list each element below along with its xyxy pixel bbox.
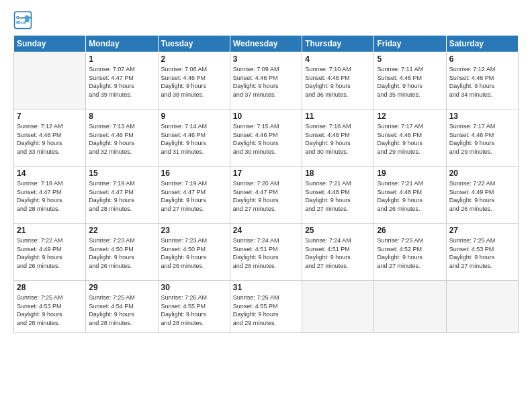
col-header-sunday: Sunday — [14, 36, 86, 52]
calendar-cell: 14Sunrise: 7:18 AMSunset: 4:47 PMDayligh… — [14, 167, 86, 224]
cell-info: Sunrise: 7:07 AMSunset: 4:47 PMDaylight:… — [89, 65, 154, 99]
week-row-2: 7Sunrise: 7:12 AMSunset: 4:46 PMDaylight… — [14, 109, 519, 167]
col-header-friday: Friday — [374, 36, 446, 52]
day-number: 3 — [233, 54, 299, 64]
calendar-cell: 28Sunrise: 7:25 AMSunset: 4:53 PMDayligh… — [14, 281, 86, 333]
cell-info: Sunrise: 7:19 AMSunset: 4:47 PMDaylight:… — [161, 179, 227, 213]
cell-info: Sunrise: 7:09 AMSunset: 4:46 PMDaylight:… — [233, 65, 299, 99]
day-number: 6 — [449, 54, 515, 64]
calendar-cell — [446, 281, 518, 333]
calendar-cell: 9Sunrise: 7:14 AMSunset: 4:46 PMDaylight… — [158, 109, 230, 167]
calendar-cell: 5Sunrise: 7:11 AMSunset: 4:46 PMDaylight… — [374, 52, 446, 109]
week-row-3: 14Sunrise: 7:18 AMSunset: 4:47 PMDayligh… — [14, 167, 519, 224]
calendar-cell: 17Sunrise: 7:20 AMSunset: 4:47 PMDayligh… — [230, 167, 302, 224]
cell-info: Sunrise: 7:24 AMSunset: 4:51 PMDaylight:… — [305, 236, 371, 270]
cell-info: Sunrise: 7:11 AMSunset: 4:46 PMDaylight:… — [377, 65, 443, 99]
logo: General Blue — [13, 11, 32, 30]
cell-info: Sunrise: 7:25 AMSunset: 4:53 PMDaylight:… — [17, 293, 83, 327]
day-number: 4 — [305, 54, 371, 64]
calendar-cell: 10Sunrise: 7:15 AMSunset: 4:46 PMDayligh… — [230, 109, 302, 167]
cell-info: Sunrise: 7:25 AMSunset: 4:54 PMDaylight:… — [89, 293, 154, 327]
day-number: 29 — [89, 283, 154, 292]
calendar-cell — [374, 281, 446, 333]
day-number: 7 — [17, 111, 83, 121]
calendar-cell: 13Sunrise: 7:17 AMSunset: 4:46 PMDayligh… — [446, 109, 518, 167]
day-number: 27 — [449, 226, 515, 235]
calendar-cell: 7Sunrise: 7:12 AMSunset: 4:46 PMDaylight… — [14, 109, 86, 167]
calendar-cell: 2Sunrise: 7:08 AMSunset: 4:46 PMDaylight… — [158, 52, 230, 109]
day-number: 9 — [161, 111, 227, 121]
calendar-cell: 15Sunrise: 7:19 AMSunset: 4:47 PMDayligh… — [86, 167, 158, 224]
calendar-cell: 8Sunrise: 7:13 AMSunset: 4:46 PMDaylight… — [86, 109, 158, 167]
calendar-cell: 31Sunrise: 7:26 AMSunset: 4:55 PMDayligh… — [230, 281, 302, 333]
cell-info: Sunrise: 7:10 AMSunset: 4:46 PMDaylight:… — [305, 65, 371, 99]
cell-info: Sunrise: 7:13 AMSunset: 4:46 PMDaylight:… — [89, 122, 154, 156]
cell-info: Sunrise: 7:25 AMSunset: 4:53 PMDaylight:… — [449, 236, 515, 270]
day-number: 19 — [377, 169, 443, 178]
day-number: 13 — [449, 111, 515, 121]
col-header-wednesday: Wednesday — [230, 36, 302, 52]
day-number: 23 — [161, 226, 227, 235]
logo-icon: General Blue — [13, 11, 32, 30]
col-header-thursday: Thursday — [302, 36, 374, 52]
calendar-cell: 24Sunrise: 7:24 AMSunset: 4:51 PMDayligh… — [230, 224, 302, 281]
col-header-saturday: Saturday — [446, 36, 518, 52]
col-header-tuesday: Tuesday — [158, 36, 230, 52]
day-number: 30 — [161, 283, 227, 292]
cell-info: Sunrise: 7:20 AMSunset: 4:47 PMDaylight:… — [233, 179, 299, 213]
calendar-cell: 25Sunrise: 7:24 AMSunset: 4:51 PMDayligh… — [302, 224, 374, 281]
cell-info: Sunrise: 7:18 AMSunset: 4:47 PMDaylight:… — [17, 179, 83, 213]
day-number: 25 — [305, 226, 371, 235]
cell-info: Sunrise: 7:26 AMSunset: 4:55 PMDaylight:… — [233, 293, 299, 327]
calendar-cell: 30Sunrise: 7:26 AMSunset: 4:55 PMDayligh… — [158, 281, 230, 333]
day-number: 31 — [233, 283, 299, 292]
day-number: 1 — [89, 54, 154, 64]
cell-info: Sunrise: 7:25 AMSunset: 4:52 PMDaylight:… — [377, 236, 443, 270]
cell-info: Sunrise: 7:17 AMSunset: 4:46 PMDaylight:… — [449, 122, 515, 156]
calendar-cell: 11Sunrise: 7:16 AMSunset: 4:46 PMDayligh… — [302, 109, 374, 167]
calendar-cell: 23Sunrise: 7:23 AMSunset: 4:50 PMDayligh… — [158, 224, 230, 281]
calendar-cell: 21Sunrise: 7:22 AMSunset: 4:49 PMDayligh… — [14, 224, 86, 281]
day-number: 20 — [449, 169, 515, 178]
calendar-cell — [14, 52, 86, 109]
cell-info: Sunrise: 7:21 AMSunset: 4:48 PMDaylight:… — [377, 179, 443, 213]
calendar-cell: 18Sunrise: 7:21 AMSunset: 4:48 PMDayligh… — [302, 167, 374, 224]
cell-info: Sunrise: 7:14 AMSunset: 4:46 PMDaylight:… — [161, 122, 227, 156]
day-number: 10 — [233, 111, 299, 121]
cell-info: Sunrise: 7:22 AMSunset: 4:49 PMDaylight:… — [449, 179, 515, 213]
cell-info: Sunrise: 7:12 AMSunset: 4:46 PMDaylight:… — [17, 122, 83, 156]
calendar-cell — [302, 281, 374, 333]
calendar: SundayMondayTuesdayWednesdayThursdayFrid… — [13, 35, 519, 333]
day-number: 2 — [161, 54, 227, 64]
cell-info: Sunrise: 7:21 AMSunset: 4:48 PMDaylight:… — [305, 179, 371, 213]
cell-info: Sunrise: 7:24 AMSunset: 4:51 PMDaylight:… — [233, 236, 299, 270]
day-number: 8 — [89, 111, 154, 121]
cell-info: Sunrise: 7:23 AMSunset: 4:50 PMDaylight:… — [161, 236, 227, 270]
day-number: 12 — [377, 111, 443, 121]
cell-info: Sunrise: 7:26 AMSunset: 4:55 PMDaylight:… — [161, 293, 227, 327]
calendar-cell: 29Sunrise: 7:25 AMSunset: 4:54 PMDayligh… — [86, 281, 158, 333]
calendar-cell: 4Sunrise: 7:10 AMSunset: 4:46 PMDaylight… — [302, 52, 374, 109]
cell-info: Sunrise: 7:22 AMSunset: 4:49 PMDaylight:… — [17, 236, 83, 270]
cell-info: Sunrise: 7:15 AMSunset: 4:46 PMDaylight:… — [233, 122, 299, 156]
svg-text:Blue: Blue — [16, 20, 26, 25]
header-row: SundayMondayTuesdayWednesdayThursdayFrid… — [14, 36, 519, 52]
calendar-cell: 6Sunrise: 7:12 AMSunset: 4:46 PMDaylight… — [446, 52, 518, 109]
col-header-monday: Monday — [86, 36, 158, 52]
week-row-5: 28Sunrise: 7:25 AMSunset: 4:53 PMDayligh… — [14, 281, 519, 333]
calendar-cell: 3Sunrise: 7:09 AMSunset: 4:46 PMDaylight… — [230, 52, 302, 109]
day-number: 24 — [233, 226, 299, 235]
calendar-cell: 26Sunrise: 7:25 AMSunset: 4:52 PMDayligh… — [374, 224, 446, 281]
day-number: 15 — [89, 169, 154, 178]
calendar-cell: 20Sunrise: 7:22 AMSunset: 4:49 PMDayligh… — [446, 167, 518, 224]
day-number: 28 — [17, 283, 83, 292]
cell-info: Sunrise: 7:23 AMSunset: 4:50 PMDaylight:… — [89, 236, 154, 270]
cell-info: Sunrise: 7:19 AMSunset: 4:47 PMDaylight:… — [89, 179, 154, 213]
calendar-cell: 19Sunrise: 7:21 AMSunset: 4:48 PMDayligh… — [374, 167, 446, 224]
calendar-cell: 16Sunrise: 7:19 AMSunset: 4:47 PMDayligh… — [158, 167, 230, 224]
cell-info: Sunrise: 7:08 AMSunset: 4:46 PMDaylight:… — [161, 65, 227, 99]
week-row-1: 1Sunrise: 7:07 AMSunset: 4:47 PMDaylight… — [14, 52, 519, 109]
page: General Blue SundayMondayTuesdayWednesda… — [0, 0, 532, 411]
calendar-cell: 22Sunrise: 7:23 AMSunset: 4:50 PMDayligh… — [86, 224, 158, 281]
calendar-cell: 27Sunrise: 7:25 AMSunset: 4:53 PMDayligh… — [446, 224, 518, 281]
